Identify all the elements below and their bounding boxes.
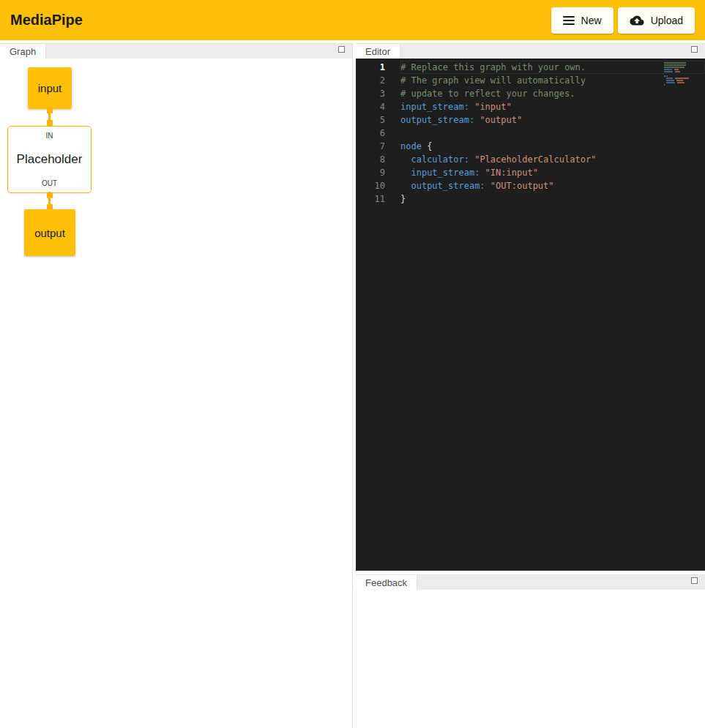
code-line[interactable]: calculator: "PlaceholderCalculator" xyxy=(400,153,705,166)
port-input-out xyxy=(47,108,53,113)
minimap-line xyxy=(664,84,689,86)
tab-feedback[interactable]: Feedback xyxy=(356,575,417,590)
header-actions: New Upload xyxy=(551,7,695,34)
code-line[interactable]: input_stream: "input" xyxy=(400,100,705,113)
port-placeholder-in xyxy=(47,120,53,126)
code-line[interactable]: } xyxy=(400,192,705,206)
port-placeholder-out xyxy=(47,192,53,198)
editor-code[interactable]: # Replace this graph with your own.# The… xyxy=(400,61,705,206)
line-number: 4 xyxy=(356,100,385,113)
placeholder-out-port-label: OUT xyxy=(42,179,57,187)
line-number: 6 xyxy=(356,127,385,140)
editor-minimap[interactable] xyxy=(664,62,689,86)
upload-button-label: Upload xyxy=(651,15,683,26)
code-line[interactable]: node { xyxy=(400,140,705,153)
graph-node-output-label: output xyxy=(34,227,65,239)
code-line[interactable]: output_stream: "OUT:output" xyxy=(400,179,705,192)
graph-tab-bar: Graph xyxy=(0,43,352,59)
cloud-upload-icon xyxy=(630,15,644,26)
minimap-line xyxy=(664,82,689,83)
graph-panel: Graph input IN Placeholder OUT output xyxy=(0,43,353,728)
line-number: 11 xyxy=(356,192,385,206)
tab-graph[interactable]: Graph xyxy=(0,44,46,59)
minimap-line xyxy=(664,73,689,75)
graph-node-output[interactable]: output xyxy=(24,209,75,256)
tab-editor[interactable]: Editor xyxy=(356,44,400,59)
line-number: 5 xyxy=(356,113,385,127)
new-button-label: New xyxy=(581,15,602,26)
code-line[interactable]: # Replace this graph with your own. xyxy=(400,61,705,74)
minimap-line xyxy=(664,75,689,77)
code-line[interactable]: output_stream: "output" xyxy=(400,113,705,127)
new-button[interactable]: New xyxy=(551,7,613,34)
placeholder-in-port-label: IN xyxy=(46,132,53,140)
minimap-line xyxy=(664,71,689,72)
code-line[interactable]: # update to reflect your changes. xyxy=(400,87,705,100)
editor-panel: Editor 1234567891011 # Replace this grap… xyxy=(356,43,705,571)
app-title: MediaPipe xyxy=(10,12,83,29)
placeholder-node-title: Placeholder xyxy=(17,152,83,167)
line-number: 10 xyxy=(356,179,385,192)
line-number: 7 xyxy=(356,140,385,153)
feedback-expand-icon[interactable] xyxy=(691,577,698,584)
code-editor[interactable]: 1234567891011 # Replace this graph with … xyxy=(356,59,705,571)
upload-button[interactable]: Upload xyxy=(618,7,695,34)
graph-node-input-label: input xyxy=(38,82,62,94)
code-line[interactable]: # The graph view will automatically xyxy=(400,74,705,87)
editor-tab-bar: Editor xyxy=(356,43,705,59)
minimap-line xyxy=(664,69,689,70)
feedback-content xyxy=(356,590,705,728)
graph-node-placeholder[interactable]: IN Placeholder OUT xyxy=(7,126,92,193)
graph-expand-icon[interactable] xyxy=(338,46,345,53)
graph-node-input[interactable]: input xyxy=(28,67,72,109)
line-number: 2 xyxy=(356,74,385,87)
minimap-line xyxy=(664,78,689,79)
app-header: MediaPipe New Upload xyxy=(0,0,705,40)
minimap-line xyxy=(664,62,689,64)
menu-lines-icon xyxy=(563,16,575,25)
minimap-line xyxy=(664,67,689,68)
editor-expand-icon[interactable] xyxy=(691,46,698,53)
minimap-line xyxy=(664,64,689,66)
line-number: 9 xyxy=(356,166,385,179)
feedback-panel: Feedback xyxy=(356,574,705,728)
code-line[interactable]: input_stream: "IN:input" xyxy=(400,166,705,179)
minimap-line xyxy=(664,80,689,81)
graph-canvas[interactable]: input IN Placeholder OUT output xyxy=(0,59,352,728)
editor-gutter: 1234567891011 xyxy=(356,61,385,206)
line-number: 1 xyxy=(356,61,385,74)
code-line[interactable] xyxy=(400,127,705,140)
feedback-tab-bar: Feedback xyxy=(356,574,705,590)
line-number: 3 xyxy=(356,87,385,100)
line-number: 8 xyxy=(356,153,385,166)
